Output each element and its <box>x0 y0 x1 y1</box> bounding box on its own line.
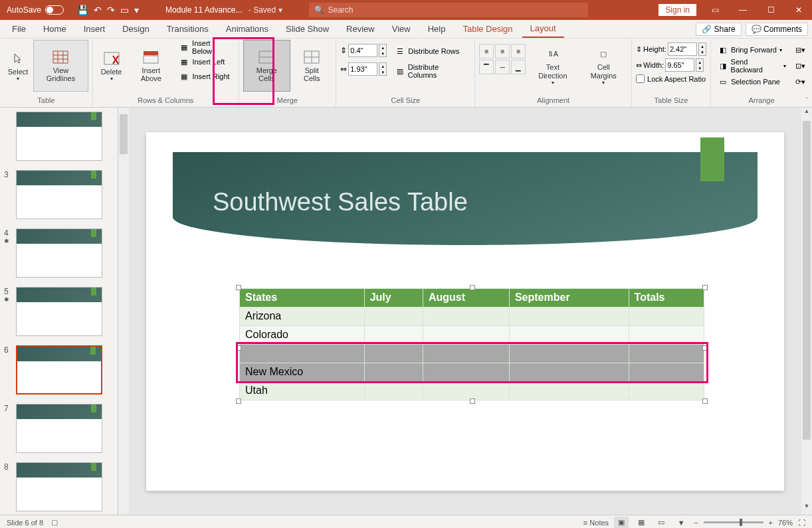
selection-handle[interactable] <box>702 398 708 404</box>
table-cell[interactable] <box>509 325 629 344</box>
table-row[interactable]: Colorado <box>240 325 704 344</box>
table-cell[interactable] <box>364 381 423 400</box>
table-header[interactable]: July <box>364 288 423 307</box>
table-cell[interactable] <box>509 381 629 400</box>
insert-left-button[interactable]: ▦Insert Left <box>176 54 234 69</box>
qat-more-icon[interactable]: ▾ <box>134 5 139 15</box>
tab-help[interactable]: Help <box>420 21 454 37</box>
share-button[interactable]: 🔗 Share <box>696 23 741 36</box>
notes-button[interactable]: ≡ Notes <box>583 519 609 527</box>
sales-table[interactable]: StatesJulyAugustSeptemberTotals ArizonaC… <box>239 288 704 400</box>
lock-aspect-input[interactable] <box>636 74 645 83</box>
align-button[interactable]: ⊟▾ <box>793 43 808 57</box>
bring-forward-button[interactable]: ◧Bring Forward ▾ <box>715 43 789 57</box>
zoom-level[interactable]: 76% <box>778 519 793 527</box>
scroll-up-icon[interactable]: ▲ <box>801 108 812 120</box>
maximize-icon[interactable]: ☐ <box>758 0 784 20</box>
thumb-row[interactable]: 6 <box>0 343 118 401</box>
table-cell[interactable] <box>423 363 509 381</box>
valign-middle-button[interactable]: ─ <box>495 60 510 74</box>
table-cell[interactable] <box>509 307 629 325</box>
table-cell[interactable] <box>240 344 365 363</box>
col-width-input[interactable] <box>348 62 377 76</box>
thumb-row[interactable]: 7 <box>0 401 118 460</box>
row-height-input[interactable] <box>348 44 377 57</box>
selection-pane-button[interactable]: ▭Selection Pane <box>715 74 789 89</box>
slide-thumbnail[interactable] <box>16 112 102 161</box>
slide-thumbnail[interactable] <box>16 462 102 511</box>
comments-button[interactable]: 💬 Comments <box>746 23 808 36</box>
tab-layout[interactable]: Layout <box>522 20 564 38</box>
view-gridlines-button[interactable]: View Gridlines <box>33 40 88 92</box>
start-slideshow-icon[interactable]: ▭ <box>120 5 129 15</box>
table-header[interactable]: States <box>240 288 365 307</box>
table-cell[interactable] <box>629 325 704 344</box>
selection-handle[interactable] <box>702 345 708 351</box>
table-cell[interactable] <box>629 307 704 325</box>
thumb-row[interactable] <box>0 109 118 167</box>
table-cell[interactable] <box>423 307 509 325</box>
selection-handle[interactable] <box>236 285 241 290</box>
tab-animations[interactable]: Animations <box>218 21 276 37</box>
table-cell[interactable]: New Mexico <box>240 363 365 381</box>
table-cell[interactable] <box>364 344 423 363</box>
table-cell[interactable] <box>423 381 509 400</box>
ribbon-display-icon[interactable]: ▭ <box>702 0 728 20</box>
tab-table-design[interactable]: Table Design <box>455 21 520 37</box>
send-backward-button[interactable]: ◨Send Backward ▾ <box>715 58 789 73</box>
reading-view-icon[interactable]: ▭ <box>654 517 668 529</box>
slide-scrollbar[interactable]: ▲ ▼ <box>801 108 812 515</box>
scroll-down-icon[interactable]: ▼ <box>801 503 812 515</box>
table-cell[interactable]: Utah <box>240 381 365 400</box>
tab-file[interactable]: File <box>4 21 34 37</box>
distribute-cols-button[interactable]: ▥Distribute Columns <box>392 64 470 78</box>
table-cell[interactable] <box>364 325 423 344</box>
slide-thumbnail[interactable] <box>16 345 102 395</box>
split-cells-button[interactable]: Split Cells <box>292 40 332 92</box>
selection-handle[interactable] <box>470 285 475 290</box>
table-row[interactable] <box>240 344 704 363</box>
insert-right-button[interactable]: ▦Insert Right <box>176 69 234 84</box>
table-cell[interactable] <box>364 307 423 325</box>
table-cell[interactable] <box>509 363 629 381</box>
table-width-spinner[interactable]: ⇔ Width: ▲▼ <box>636 58 706 72</box>
thumb-row[interactable]: 8 <box>0 460 118 515</box>
selection-handle[interactable] <box>236 398 241 404</box>
delete-button[interactable]: Delete▾ <box>97 40 126 92</box>
tab-home[interactable]: Home <box>35 21 74 37</box>
merge-cells-button[interactable]: Merge Cells <box>243 40 291 92</box>
tab-design[interactable]: Design <box>114 21 157 37</box>
zoom-out-icon[interactable]: − <box>694 519 698 527</box>
zoom-in-icon[interactable]: + <box>769 519 773 527</box>
tab-slideshow[interactable]: Slide Show <box>278 21 337 37</box>
table-wrapper[interactable]: StatesJulyAugustSeptemberTotals ArizonaC… <box>239 288 704 400</box>
table-width-input[interactable] <box>665 58 694 72</box>
valign-bottom-button[interactable]: ▁ <box>511 60 526 74</box>
table-cell[interactable] <box>364 363 423 381</box>
table-header[interactable]: August <box>423 288 509 307</box>
undo-icon[interactable]: ↶ <box>94 5 102 15</box>
slide-thumbnail[interactable] <box>16 170 102 219</box>
normal-view-icon[interactable]: ▣ <box>614 517 629 529</box>
table-height-input[interactable] <box>668 43 697 56</box>
cell-margins-button[interactable]: ▢ Cell Margins▾ <box>579 40 627 92</box>
minimize-icon[interactable]: — <box>730 0 756 20</box>
sorter-view-icon[interactable]: ▦ <box>634 517 649 529</box>
thumb-row[interactable]: 4✱ <box>0 226 118 284</box>
thumb-row[interactable]: 5✱ <box>0 284 118 343</box>
close-icon[interactable]: ✕ <box>785 0 812 20</box>
lock-aspect-checkbox[interactable]: Lock Aspect Ratio <box>636 74 706 83</box>
tab-view[interactable]: View <box>384 21 419 37</box>
align-right-button[interactable]: ≡ <box>511 44 526 58</box>
selection-handle[interactable] <box>470 398 475 404</box>
col-width-spinner[interactable]: ⇔ ▲▼ <box>340 62 387 76</box>
table-cell[interactable] <box>423 344 509 363</box>
table-cell[interactable]: Colorado <box>240 325 365 344</box>
table-header[interactable]: Totals <box>629 288 704 307</box>
slide-title[interactable]: Southwest Sales Table <box>213 188 468 217</box>
slide-canvas[interactable]: Southwest Sales Table StatesJulyAugustSe… <box>146 132 784 491</box>
group-button[interactable]: ⊡▾ <box>793 58 808 73</box>
search-box[interactable]: 🔍 Search <box>309 3 588 17</box>
slide-thumbnail[interactable] <box>16 287 102 336</box>
table-row[interactable]: New Mexico <box>240 363 704 381</box>
